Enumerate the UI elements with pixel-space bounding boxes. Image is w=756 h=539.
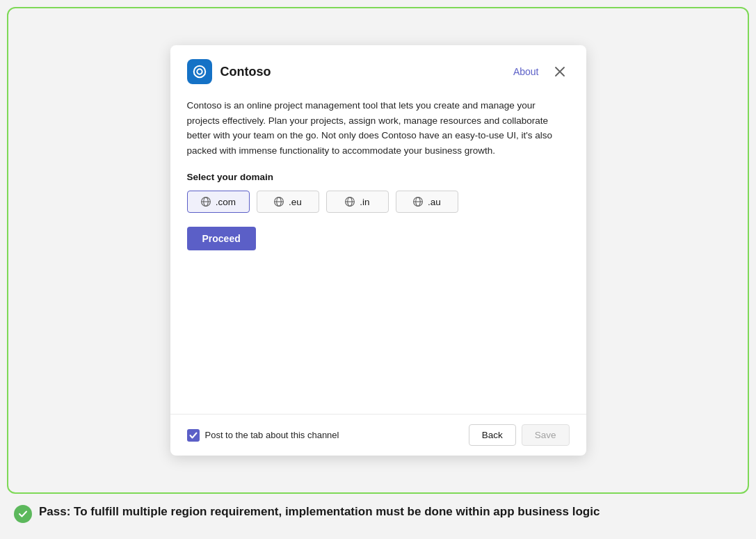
about-link[interactable]: About bbox=[513, 66, 539, 77]
domain-btn-eu[interactable]: .eu bbox=[257, 191, 319, 213]
main-frame: Contoso About Contoso is an online proje… bbox=[7, 7, 749, 494]
close-button[interactable] bbox=[550, 62, 570, 81]
proceed-button[interactable]: Proceed bbox=[187, 227, 256, 250]
domain-label-in: .in bbox=[360, 197, 369, 207]
app-logo bbox=[187, 59, 212, 84]
domain-section-label: Select your domain bbox=[187, 172, 570, 182]
pass-icon bbox=[14, 505, 32, 523]
app-description: Contoso is an online project management … bbox=[187, 98, 570, 158]
domain-label-com: .com bbox=[216, 197, 236, 207]
svg-point-0 bbox=[193, 66, 205, 78]
save-button: Save bbox=[522, 424, 570, 446]
domain-btn-au[interactable]: .au bbox=[396, 191, 458, 213]
dialog-header: Contoso About bbox=[170, 45, 586, 92]
post-to-tab-label: Post to the tab about this channel bbox=[205, 430, 339, 440]
domain-label-au: .au bbox=[428, 197, 441, 207]
domain-btn-in[interactable]: .in bbox=[326, 191, 389, 213]
domain-btn-com[interactable]: .com bbox=[187, 191, 250, 213]
pass-message: Pass: To fulfill multiple region require… bbox=[39, 504, 600, 520]
pass-section: Pass: To fulfill multiple region require… bbox=[7, 504, 749, 523]
domain-options: .com .eu .in bbox=[187, 191, 570, 213]
dialog-body: Contoso is an online project management … bbox=[170, 92, 586, 414]
svg-point-1 bbox=[197, 69, 202, 74]
app-title: Contoso bbox=[220, 65, 513, 79]
back-button[interactable]: Back bbox=[469, 424, 516, 446]
post-to-tab-checkbox[interactable] bbox=[187, 429, 200, 442]
domain-label-eu: .eu bbox=[289, 197, 302, 207]
post-to-tab-area: Post to the tab about this channel bbox=[187, 429, 469, 442]
footer-buttons: Back Save bbox=[469, 424, 570, 446]
dialog-footer: Post to the tab about this channel Back … bbox=[170, 414, 586, 456]
dialog: Contoso About Contoso is an online proje… bbox=[170, 45, 586, 456]
